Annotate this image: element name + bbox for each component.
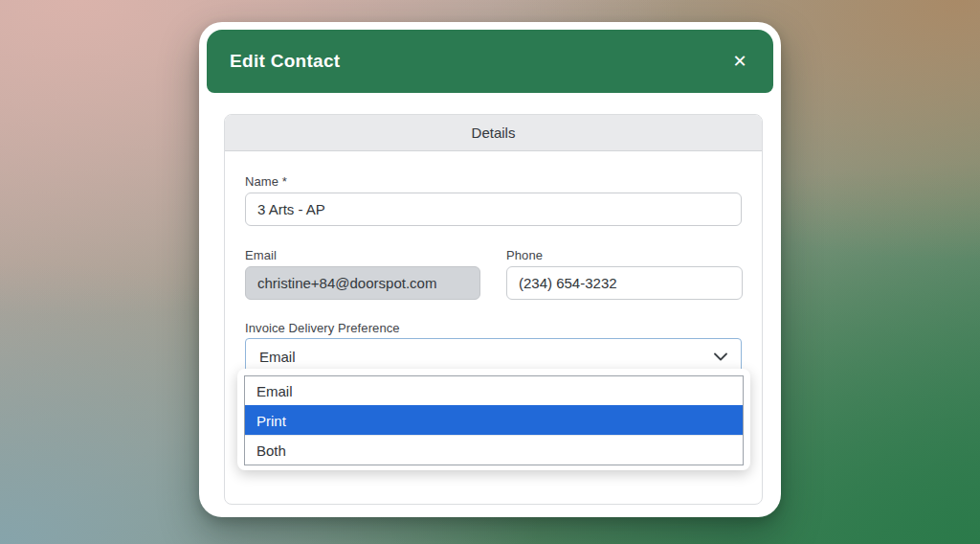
invoice-delivery-preference-label: Invoice Delivery Preference xyxy=(245,321,400,335)
chevron-down-icon xyxy=(714,352,727,361)
name-field[interactable] xyxy=(245,193,742,226)
modal-header: Edit Contact ✕ xyxy=(207,30,773,93)
select-value: Email xyxy=(259,349,296,365)
modal-title: Edit Contact xyxy=(230,51,341,72)
select-option-list: Email Print Both xyxy=(244,375,744,465)
phone-field[interactable] xyxy=(506,266,743,300)
option-email[interactable]: Email xyxy=(245,376,743,405)
phone-label: Phone xyxy=(506,248,543,262)
name-label: Name * xyxy=(245,174,287,189)
desktop-background: Edit Contact ✕ Details Name * Email Phon… xyxy=(0,0,980,544)
email-label: Email xyxy=(245,248,277,262)
email-field xyxy=(245,266,480,300)
tab-details-label: Details xyxy=(472,125,516,141)
option-both[interactable]: Both xyxy=(245,435,743,465)
option-print[interactable]: Print xyxy=(245,405,743,435)
tab-details[interactable]: Details xyxy=(225,115,762,151)
edit-contact-modal: Edit Contact ✕ Details Name * Email Phon… xyxy=(199,22,781,517)
select-dropdown-popup: Email Print Both xyxy=(237,369,750,470)
close-icon[interactable]: ✕ xyxy=(725,47,754,76)
